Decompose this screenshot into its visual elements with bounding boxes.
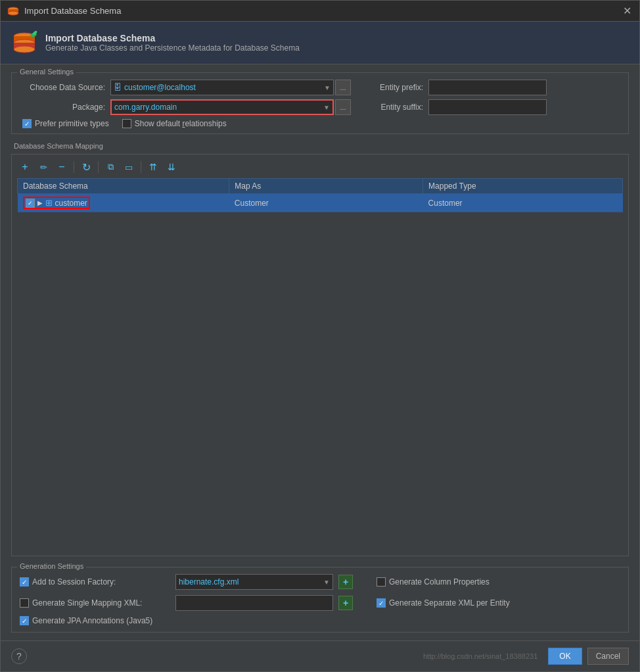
edit-button[interactable]: ✏ [35,160,51,174]
dialog-subtitle: Generate Java Classes and Persistence Me… [45,43,300,53]
dialog-header-text: Import Database Schema Generate Java Cla… [45,33,300,53]
toolbar-separator-1 [74,161,74,173]
session-factory-add-button[interactable]: + [338,575,353,589]
entity-prefix-input[interactable] [428,80,547,95]
dialog-header: Import Database Schema Generate Java Cla… [1,22,639,64]
table-data-icon: ⊞ [45,198,53,208]
session-factory-checkbox-item[interactable]: Add to Session Factory: [20,577,170,587]
dialog-content: General Settings Choose Data Source: 🗄 c… [1,64,639,640]
schema-name: customer [55,199,87,208]
package-row: Package: com.garry.domain ▼ ... Entity s… [20,99,620,115]
help-button[interactable]: ? [11,648,27,664]
data-source-select[interactable]: 🗄 customer@localhost ▼ [110,80,334,95]
close-button[interactable]: ✕ [621,5,633,17]
schema-toolbar: + ✏ − ↻ ⧉ ▭ ⇈ ⇊ [17,160,623,174]
single-mapping-add-button[interactable]: + [338,596,353,610]
col-database-schema: Database Schema [18,179,229,194]
session-factory-row: Add to Session Factory: hibernate.cfg.xm… [20,574,620,590]
package-arrow-icon: ▼ [323,104,330,111]
main-window: Import Database Schema ✕ Import Database… [0,0,640,672]
bottom-bar: ? http://blog.csdn.net/sinat_18388231 OK… [1,640,639,671]
svg-point-2 [8,11,18,15]
package-browse-button[interactable]: ... [335,99,351,115]
window-title: Import Database Schema [24,6,121,16]
data-source-browse-button[interactable]: ... [335,80,351,95]
expand-row-icon: ▶ [37,199,43,206]
remove-button[interactable]: − [54,160,70,174]
session-factory-value: hibernate.cfg.xml [179,577,239,587]
copy-button[interactable]: ⧉ [103,160,118,174]
entity-suffix-input[interactable] [428,99,547,115]
generate-column-label: Generate Column Properties [389,577,490,587]
package-select[interactable]: com.garry.domain ▼ [110,99,334,115]
action-buttons: OK Cancel [548,648,629,665]
generate-separate-label: Generate Separate XML per Entity [389,598,510,608]
checkboxes-row: Prefer primitive types Show default rela… [20,119,620,128]
map-as-cell: Customer [229,194,423,212]
generation-settings-section: Generation Settings Add to Session Facto… [11,567,629,633]
jpa-annotations-checkbox[interactable] [20,616,29,625]
jpa-annotations-checkbox-item[interactable]: Generate JPA Annotations (Java5) [20,616,170,625]
mapped-type-cell: Customer [423,194,623,212]
single-mapping-checkbox-item[interactable]: Generate Single Mapping XML: [20,598,170,608]
single-mapping-checkbox[interactable] [20,598,29,608]
svg-point-7 [14,46,35,53]
data-source-input-group: 🗄 customer@localhost ▼ ... [110,80,351,95]
table-body: ▶ ⊞ customer Customer Customer [18,194,623,212]
add-button[interactable]: + [17,160,33,174]
single-mapping-row: Generate Single Mapping XML: + Generate … [20,595,620,611]
table-header: Database Schema Map As Mapped Type [18,179,623,194]
expand-button[interactable]: ▭ [121,160,137,174]
schema-table: Database Schema Map As Mapped Type [17,178,623,212]
app-icon [7,5,19,17]
col-map-as: Map As [229,179,423,194]
refresh-button[interactable]: ↻ [78,160,94,174]
generate-column-checkbox-item[interactable]: Generate Column Properties [377,577,490,587]
sort-asc-button[interactable]: ⇈ [145,160,161,174]
title-bar: Import Database Schema ✕ [1,1,639,22]
single-mapping-input[interactable] [175,595,333,611]
session-factory-checkbox[interactable] [20,577,29,587]
sort-desc-button[interactable]: ⇊ [164,160,179,174]
package-input-group: com.garry.domain ▼ ... [110,99,351,115]
schema-mapping-section: Database Schema Mapping + ✏ − ↻ ⧉ ▭ ⇈ ⇊ [11,142,629,556]
entity-suffix-label: Entity suffix: [364,103,423,112]
prefer-primitive-label: Prefer primitive types [35,119,109,128]
package-value: com.garry.domain [114,103,177,112]
session-factory-select[interactable]: hibernate.cfg.xml ▼ [175,574,333,590]
watermark-text: http://blog.csdn.net/sinat_18388231 [423,652,537,660]
schema-cell: ▶ ⊞ customer [18,194,229,212]
session-factory-arrow-icon: ▼ [323,579,330,586]
col-mapped-type: Mapped Type [423,179,623,194]
generate-separate-checkbox-item[interactable]: Generate Separate XML per Entity [377,598,510,608]
database-icon [11,30,37,56]
row-checkbox[interactable] [26,199,35,208]
data-source-arrow-icon: ▼ [324,84,331,91]
session-factory-label: Add to Session Factory: [32,577,170,587]
prefer-primitive-checkbox[interactable] [22,119,32,128]
show-default-checkbox[interactable] [122,119,131,128]
general-settings-section: General Settings Choose Data Source: 🗄 c… [11,72,629,134]
generate-column-checkbox[interactable] [377,577,386,587]
package-label: Package: [20,103,105,112]
prefer-primitive-checkbox-item[interactable]: Prefer primitive types [22,119,109,128]
jpa-annotations-row: Generate JPA Annotations (Java5) [20,616,620,625]
cancel-button[interactable]: Cancel [587,648,629,665]
dialog-title: Import Database Schema [45,33,300,43]
jpa-annotations-label: Generate JPA Annotations (Java5) [32,616,170,625]
show-default-label: Show default relationships [135,119,227,128]
toolbar-separator-2 [98,161,99,173]
entity-prefix-label: Entity prefix: [364,83,423,92]
general-settings-title: General Settings [17,68,76,76]
schema-mapping-title: Database Schema Mapping [11,142,629,150]
generate-separate-checkbox[interactable] [377,598,386,608]
data-source-row: Choose Data Source: 🗄 customer@localhost… [20,80,620,95]
generation-settings-title: Generation Settings [17,562,86,570]
single-mapping-label: Generate Single Mapping XML: [32,598,170,608]
show-default-checkbox-item[interactable]: Show default relationships [122,119,227,128]
ok-button[interactable]: OK [548,648,582,665]
table-row[interactable]: ▶ ⊞ customer Customer Customer [18,194,623,212]
data-source-icon: 🗄 [114,83,122,92]
data-source-label: Choose Data Source: [20,83,105,92]
data-source-value: customer@localhost [124,83,196,92]
